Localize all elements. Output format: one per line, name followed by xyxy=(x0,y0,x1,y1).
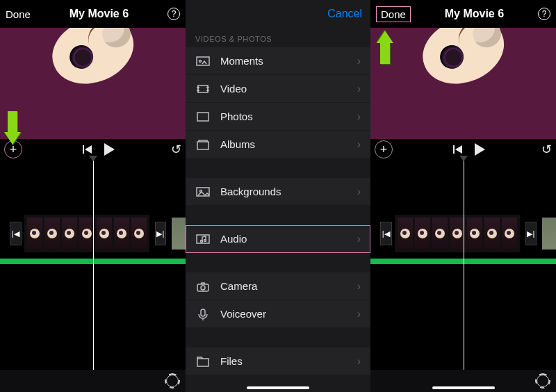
header: Done My Movie 6 ? xyxy=(0,0,186,28)
clip-end-marker[interactable]: ▶| xyxy=(155,222,167,245)
chevron-right-icon: › xyxy=(357,186,361,198)
playhead[interactable] xyxy=(93,160,95,370)
audio-icon xyxy=(195,233,211,245)
row-label: Backgrounds xyxy=(220,186,348,197)
picker-row-files[interactable]: Files› xyxy=(186,348,370,375)
chevron-right-icon: › xyxy=(357,233,361,245)
bottom-bar xyxy=(0,370,186,392)
home-indicator xyxy=(247,386,309,389)
picker-row-photos[interactable]: Photos› xyxy=(186,103,370,131)
settings-icon[interactable] xyxy=(537,375,549,387)
section-videos-photos: VIDEOS & PHOTOS xyxy=(186,28,370,47)
play-icon[interactable] xyxy=(475,143,485,156)
camera-icon xyxy=(195,280,211,293)
video-icon xyxy=(195,83,211,95)
video-preview[interactable] xyxy=(370,28,556,139)
clip-start-marker[interactable]: |◀ xyxy=(10,222,22,245)
image-icon xyxy=(195,186,211,198)
chevron-right-icon: › xyxy=(357,55,361,67)
row-label: Moments xyxy=(220,55,348,67)
picker-row-moments[interactable]: Moments› xyxy=(186,47,370,75)
files-icon xyxy=(195,355,211,368)
editor-panel-right: Done My Movie 6 ? + ↺ |◀ ▶ xyxy=(370,0,556,392)
video-clip[interactable] xyxy=(24,215,149,252)
row-label: Files xyxy=(220,355,348,367)
video-clip[interactable] xyxy=(395,215,520,252)
chevron-right-icon: › xyxy=(357,355,361,368)
photos-icon xyxy=(195,111,211,123)
row-label: Video xyxy=(220,83,348,95)
row-label: Camera xyxy=(220,280,348,292)
project-title: My Movie 6 xyxy=(445,8,504,20)
moments-icon xyxy=(195,55,211,67)
undo-icon[interactable]: ↺ xyxy=(541,142,552,157)
chevron-right-icon: › xyxy=(357,308,361,320)
project-title: My Movie 6 xyxy=(70,8,129,20)
timeline[interactable]: |◀ ▶| xyxy=(370,160,556,370)
clip-end-marker[interactable]: ▶| xyxy=(525,222,537,245)
settings-icon[interactable] xyxy=(166,375,179,387)
mic-icon xyxy=(195,308,211,320)
chevron-right-icon: › xyxy=(357,83,361,95)
albums-icon xyxy=(195,138,211,151)
next-clip-thumb[interactable] xyxy=(542,218,556,250)
playhead[interactable] xyxy=(464,160,465,370)
chevron-right-icon: › xyxy=(357,111,361,123)
row-label: Photos xyxy=(220,111,348,122)
picker-row-audio[interactable]: Audio› xyxy=(186,225,370,253)
done-button[interactable]: Done xyxy=(6,8,31,20)
picker-row-albums[interactable]: Albums› xyxy=(186,131,370,158)
skip-start-icon[interactable] xyxy=(455,145,462,154)
home-indicator xyxy=(432,386,495,389)
add-media-button[interactable]: + xyxy=(375,140,393,158)
annotation-arrow-add xyxy=(4,111,21,145)
header: Done My Movie 6 ? xyxy=(370,0,556,28)
clip-start-marker[interactable]: |◀ xyxy=(380,222,392,245)
row-label: Audio xyxy=(220,233,348,245)
picker-row-voiceover[interactable]: Voiceover› xyxy=(186,300,370,328)
picker-row-video[interactable]: Video› xyxy=(186,75,370,103)
skip-start-icon[interactable] xyxy=(85,145,92,154)
help-icon[interactable]: ? xyxy=(538,8,550,20)
picker-row-backgrounds[interactable]: Backgrounds› xyxy=(186,178,370,206)
video-preview[interactable] xyxy=(0,28,186,139)
next-clip-thumb[interactable] xyxy=(172,218,186,250)
editor-panel-left: Done My Movie 6 ? + ↺ |◀ ▶ xyxy=(0,0,186,392)
row-label: Voiceover xyxy=(220,308,348,320)
cancel-button[interactable]: Cancel xyxy=(327,8,362,20)
play-icon[interactable] xyxy=(104,143,115,156)
done-button[interactable]: Done xyxy=(376,6,411,22)
undo-icon[interactable]: ↺ xyxy=(171,142,181,157)
chevron-right-icon: › xyxy=(357,138,361,151)
help-icon[interactable]: ? xyxy=(167,8,180,20)
chevron-right-icon: › xyxy=(357,280,361,293)
timeline[interactable]: |◀ ▶| xyxy=(0,160,186,370)
annotation-arrow-done xyxy=(377,31,393,64)
row-label: Albums xyxy=(220,138,348,150)
media-picker-panel: Cancel VIDEOS & PHOTOS Moments›Video›Pho… xyxy=(186,0,370,392)
picker-row-camera[interactable]: Camera› xyxy=(186,272,370,300)
picker-header: Cancel xyxy=(186,0,370,28)
